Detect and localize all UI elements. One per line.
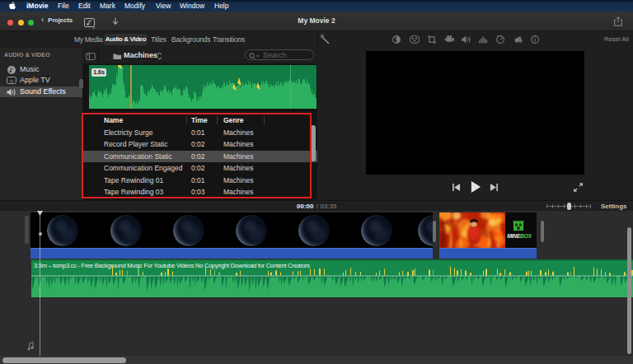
svg-text:tv: tv bbox=[10, 78, 14, 83]
svg-text:MINEBOX: MINEBOX bbox=[507, 233, 532, 239]
